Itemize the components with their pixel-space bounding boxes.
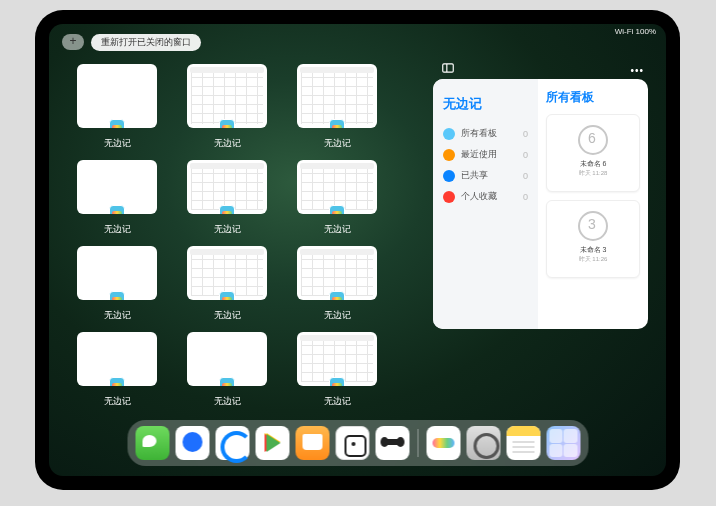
freeform-app-icon [109, 119, 125, 128]
reopen-closed-window-button[interactable]: 重新打开已关闭的窗口 [91, 34, 201, 51]
window-tile[interactable]: 无边记 [77, 246, 157, 322]
qq-app-icon[interactable] [175, 426, 209, 460]
browser-app-icon[interactable] [215, 426, 249, 460]
window-tile[interactable]: 无边记 [297, 160, 377, 236]
status-bar: Wi-Fi 100% [615, 27, 656, 36]
window-tile[interactable]: 无边记 [187, 332, 267, 408]
game-app-icon[interactable] [335, 426, 369, 460]
window-tile[interactable]: 无边记 [297, 246, 377, 322]
freeform-app-icon [219, 291, 235, 300]
svg-rect-0 [443, 64, 454, 72]
freeform-app-icon [109, 205, 125, 214]
play-store-app-icon[interactable] [255, 426, 289, 460]
freeform-app-icon [219, 205, 235, 214]
freeform-app-icon [109, 377, 125, 386]
freeform-app-icon [219, 377, 235, 386]
books-app-icon[interactable] [295, 426, 329, 460]
dock-separator [417, 429, 418, 457]
settings-app-icon[interactable] [466, 426, 500, 460]
freeform-app-icon [329, 119, 345, 128]
board-thumbnail [578, 211, 608, 241]
window-tile[interactable]: 无边记 [187, 246, 267, 322]
shared-icon [443, 170, 455, 182]
window-tile[interactable]: 无边记 [297, 332, 377, 408]
sidebar-toggle-icon [441, 61, 455, 75]
category-recent[interactable]: 最近使用 0 [441, 144, 530, 165]
window-tile[interactable]: 无边记 [187, 160, 267, 236]
category-all-boards[interactable]: 所有看板 0 [441, 123, 530, 144]
board-item[interactable]: 未命名 3 昨天 11:26 [546, 200, 640, 278]
board-item[interactable]: 未命名 6 昨天 11:28 [546, 114, 640, 192]
window-tile[interactable]: 无边记 [77, 160, 157, 236]
category-shared[interactable]: 已共享 0 [441, 165, 530, 186]
connect-app-icon[interactable] [375, 426, 409, 460]
recent-icon [443, 149, 455, 161]
freeform-app-icon [109, 291, 125, 300]
board-thumbnail [578, 125, 608, 155]
window-tile[interactable]: 无边记 [77, 64, 157, 150]
app-library-icon[interactable] [546, 426, 580, 460]
favorites-icon [443, 191, 455, 203]
more-icon[interactable]: ••• [630, 65, 644, 76]
category-favorites[interactable]: 个人收藏 0 [441, 186, 530, 207]
all-boards-icon [443, 128, 455, 140]
panel-content-title: 所有看板 [546, 89, 640, 106]
ipad-frame: Wi-Fi 100% + 重新打开已关闭的窗口 无边记 无边记 无边记 无边记 … [35, 10, 680, 490]
dock [127, 420, 588, 466]
wechat-app-icon[interactable] [135, 426, 169, 460]
panel-sidebar: 无边记 所有看板 0 最近使用 0 已共享 0 [433, 79, 538, 329]
panel-content: 所有看板 未命名 6 昨天 11:28 未命名 3 昨天 11:26 [538, 79, 648, 329]
window-grid: 无边记 无边记 无边记 无边记 无边记 无边记 无边记 无边记 无边记 无边记 … [77, 64, 427, 418]
freeform-app-icon [329, 205, 345, 214]
panel-sidebar-title: 无边记 [443, 95, 530, 113]
freeform-panel[interactable]: ••• 无边记 所有看板 0 最近使用 0 已共享 0 [433, 79, 648, 329]
notes-app-icon[interactable] [506, 426, 540, 460]
screen: Wi-Fi 100% + 重新打开已关闭的窗口 无边记 无边记 无边记 无边记 … [49, 24, 666, 476]
freeform-app-icon [329, 291, 345, 300]
freeform-app-icon[interactable] [426, 426, 460, 460]
freeform-app-icon [219, 119, 235, 128]
freeform-app-icon [329, 377, 345, 386]
window-tile[interactable]: 无边记 [297, 64, 377, 150]
window-tile[interactable]: 无边记 [187, 64, 267, 150]
new-window-button[interactable]: + [62, 34, 84, 50]
window-tile[interactable]: 无边记 [77, 332, 157, 408]
